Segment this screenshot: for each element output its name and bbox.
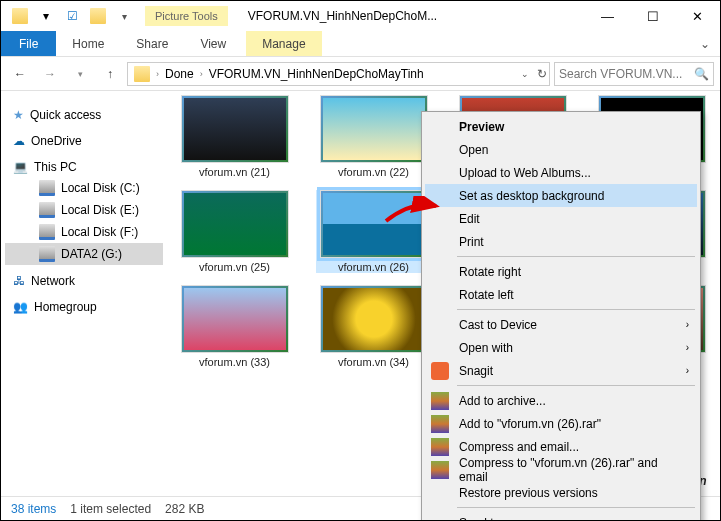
- ctx-print[interactable]: Print: [425, 230, 697, 253]
- file-item[interactable]: vforum.vn (22): [316, 95, 431, 178]
- file-thumbnail: [181, 285, 289, 353]
- status-item-count: 38 items: [11, 502, 56, 516]
- qat-checkbox-icon[interactable]: ☑: [61, 5, 83, 27]
- sidebar-quick-access[interactable]: ★Quick access: [5, 105, 163, 125]
- file-thumbnail: [320, 285, 428, 353]
- qat-properties-icon[interactable]: ▾: [35, 5, 57, 27]
- quick-access-toolbar: ▾ ☑ ▾: [1, 5, 135, 27]
- breadcrumb-done[interactable]: Done: [161, 67, 198, 81]
- qat-newfolder-icon[interactable]: [87, 5, 109, 27]
- search-box[interactable]: Search VFORUM.VN... 🔍: [554, 62, 714, 86]
- address-dropdown-icon[interactable]: ⌄: [521, 69, 529, 79]
- status-size: 282 KB: [165, 502, 204, 516]
- chevron-right-icon: ›: [686, 319, 689, 330]
- window-title: VFORUM.VN_HinhNenDepChoM...: [228, 9, 585, 23]
- refresh-icon[interactable]: ↻: [537, 67, 547, 81]
- close-button[interactable]: ✕: [675, 2, 720, 30]
- ctx-send-to[interactable]: Send to›: [425, 511, 697, 521]
- home-tab[interactable]: Home: [56, 31, 120, 56]
- file-item[interactable]: vforum.vn (26): [316, 190, 431, 273]
- homegroup-icon: 👥: [13, 300, 28, 314]
- ctx-add-archive[interactable]: Add to archive...: [425, 389, 697, 412]
- ctx-compress-rar-email[interactable]: Compress to "vforum.vn (26).rar" and ema…: [425, 458, 697, 481]
- file-item[interactable]: vforum.vn (21): [177, 95, 292, 178]
- minimize-button[interactable]: —: [585, 2, 630, 30]
- nav-recent-dropdown[interactable]: ▾: [67, 61, 93, 87]
- ctx-open[interactable]: Open: [425, 138, 697, 161]
- file-name: vforum.vn (33): [199, 356, 270, 368]
- snagit-icon: [431, 362, 449, 380]
- navigation-pane: ★Quick access ☁OneDrive 💻This PC Local D…: [1, 91, 167, 491]
- ctx-separator: [457, 256, 695, 257]
- ctx-restore-versions[interactable]: Restore previous versions: [425, 481, 697, 504]
- ctx-rotate-right[interactable]: Rotate right: [425, 260, 697, 283]
- navigation-bar: ← → ▾ ↑ › Done › VFORUM.VN_HinhNenDepCho…: [1, 57, 720, 91]
- network-icon: 🖧: [13, 274, 25, 288]
- sidebar-this-pc[interactable]: 💻This PC: [5, 157, 163, 177]
- share-tab[interactable]: Share: [120, 31, 184, 56]
- drive-icon: [39, 180, 55, 196]
- ctx-upload-web[interactable]: Upload to Web Albums...: [425, 161, 697, 184]
- sidebar-homegroup[interactable]: 👥Homegroup: [5, 297, 163, 317]
- ctx-edit[interactable]: Edit: [425, 207, 697, 230]
- chevron-right-icon: ›: [686, 365, 689, 376]
- file-name: vforum.vn (22): [338, 166, 409, 178]
- file-item[interactable]: vforum.vn (25): [177, 190, 292, 273]
- picture-tools-label: Picture Tools: [145, 6, 228, 26]
- file-thumbnail: [320, 190, 428, 258]
- file-thumbnail: [181, 95, 289, 163]
- ctx-add-to-rar[interactable]: Add to "vforum.vn (26).rar": [425, 412, 697, 435]
- file-item[interactable]: vforum.vn (33): [177, 285, 292, 368]
- file-name: vforum.vn (25): [199, 261, 270, 273]
- ctx-separator: [457, 507, 695, 508]
- ctx-preview[interactable]: Preview: [425, 115, 697, 138]
- star-icon: ★: [13, 108, 24, 122]
- maximize-button[interactable]: ☐: [630, 2, 675, 30]
- chevron-right-icon: ›: [686, 517, 689, 521]
- drive-icon: [39, 224, 55, 240]
- search-icon[interactable]: 🔍: [694, 67, 709, 81]
- chevron-right-icon[interactable]: ›: [156, 69, 159, 79]
- breadcrumb-folder[interactable]: VFORUM.VN_HinhNenDepChoMayTinh: [205, 67, 428, 81]
- qat-overflow-icon[interactable]: ▾: [113, 5, 135, 27]
- pc-icon: 💻: [13, 160, 28, 174]
- folder-icon: [134, 66, 150, 82]
- address-bar[interactable]: › Done › VFORUM.VN_HinhNenDepChoMayTinh …: [127, 62, 550, 86]
- winrar-icon: [431, 415, 449, 433]
- ctx-cast-device[interactable]: Cast to Device›: [425, 313, 697, 336]
- sidebar-drive-g[interactable]: DATA2 (G:): [5, 243, 163, 265]
- sidebar-onedrive[interactable]: ☁OneDrive: [5, 131, 163, 151]
- ctx-rotate-left[interactable]: Rotate left: [425, 283, 697, 306]
- manage-tab[interactable]: Manage: [246, 31, 321, 56]
- file-name: vforum.vn (26): [338, 261, 409, 273]
- sidebar-drive-f[interactable]: Local Disk (F:): [5, 221, 163, 243]
- search-placeholder: Search VFORUM.VN...: [559, 67, 682, 81]
- nav-forward-button: →: [37, 61, 63, 87]
- winrar-icon: [431, 438, 449, 456]
- chevron-right-icon[interactable]: ›: [200, 69, 203, 79]
- ribbon-expand-icon[interactable]: ⌄: [690, 31, 720, 56]
- sidebar-network[interactable]: 🖧Network: [5, 271, 163, 291]
- sidebar-drive-c[interactable]: Local Disk (C:): [5, 177, 163, 199]
- ctx-set-desktop-bg[interactable]: Set as desktop background: [425, 184, 697, 207]
- title-bar: ▾ ☑ ▾ Picture Tools VFORUM.VN_HinhNenDep…: [1, 1, 720, 31]
- sidebar-drive-e[interactable]: Local Disk (E:): [5, 199, 163, 221]
- nav-up-button[interactable]: ↑: [97, 61, 123, 87]
- nav-back-button[interactable]: ←: [7, 61, 33, 87]
- ctx-separator: [457, 309, 695, 310]
- view-tab[interactable]: View: [184, 31, 242, 56]
- file-name: vforum.vn (21): [199, 166, 270, 178]
- chevron-right-icon: ›: [686, 342, 689, 353]
- file-tab[interactable]: File: [1, 31, 56, 56]
- winrar-icon: [431, 392, 449, 410]
- file-item[interactable]: vforum.vn (34): [316, 285, 431, 368]
- context-menu: Preview Open Upload to Web Albums... Set…: [421, 111, 701, 521]
- explorer-icon: [9, 5, 31, 27]
- ctx-open-with[interactable]: Open with›: [425, 336, 697, 359]
- cloud-icon: ☁: [13, 134, 25, 148]
- ctx-snagit[interactable]: Snagit›: [425, 359, 697, 382]
- drive-icon: [39, 202, 55, 218]
- ctx-separator: [457, 385, 695, 386]
- status-selection: 1 item selected: [70, 502, 151, 516]
- file-thumbnail: [320, 95, 428, 163]
